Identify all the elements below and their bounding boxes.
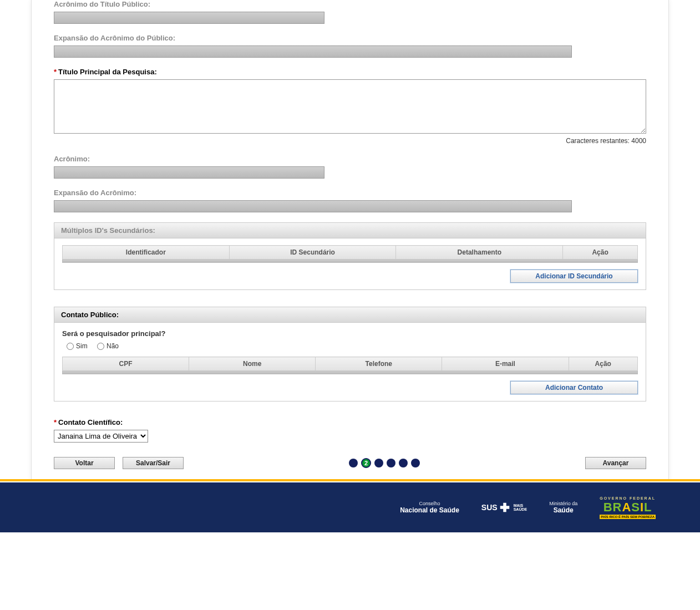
public-contact-panel-title: Contato Público:: [54, 307, 646, 323]
expansao-acronimo-publico-label: Expansão do Acrônimo do Público:: [54, 34, 646, 42]
radio-sim-label[interactable]: Sim: [67, 342, 88, 350]
required-asterisk: *: [54, 418, 57, 426]
col-email: E-mail: [442, 357, 569, 371]
radio-nao-text: Não: [106, 342, 119, 350]
acronimo-label: Acrônimo:: [54, 155, 646, 163]
footer-ministerio: Ministério da Saúde: [549, 501, 577, 514]
char-counter-label: Caracteres restantes:: [566, 137, 630, 145]
footer-sus-small: MAIS SAÚDE: [514, 504, 527, 511]
footer-conselho: Conselho Nacional de Saúde: [400, 501, 459, 514]
footer-sus-small2: SAÚDE: [514, 507, 527, 511]
scientific-contact-select[interactable]: Janaina Lima de Oliveira: [54, 430, 148, 443]
step-dot-5[interactable]: [399, 459, 408, 467]
col-identificador: Identificador: [63, 246, 230, 260]
secondary-ids-table: Identificador ID Secundário Detalhamento…: [62, 245, 638, 263]
plus-icon: [499, 501, 511, 514]
footer-ministerio-line1: Ministério da: [549, 501, 577, 506]
footer-conselho-line1: Conselho: [400, 501, 459, 506]
required-asterisk: *: [54, 68, 57, 76]
titulo-principal-label: *Título Principal da Pesquisa:: [54, 68, 646, 76]
step-dot-2[interactable]: 2: [361, 458, 371, 468]
col-id-secundario: ID Secundário: [229, 246, 396, 260]
step-indicator: 2: [349, 458, 420, 468]
acronimo-titulo-publico-input[interactable]: [54, 12, 324, 24]
char-counter: Caracteres restantes: 4000: [54, 137, 646, 145]
public-contact-panel: Contato Público: Será o pesquisador prin…: [54, 307, 646, 401]
public-contact-table: CPF Nome Telefone E-mail Ação: [62, 357, 638, 374]
radio-sim-text: Sim: [76, 342, 88, 350]
radio-sim[interactable]: [67, 343, 74, 350]
next-button[interactable]: Avançar: [585, 457, 646, 469]
scientific-contact-label-text: Contato Científico:: [58, 418, 123, 426]
acronimo-input[interactable]: [54, 166, 324, 179]
step-dot-4[interactable]: [387, 459, 395, 467]
back-button[interactable]: Voltar: [54, 457, 115, 469]
col-nome: Nome: [189, 357, 316, 371]
acronimo-titulo-publico-label: Acrônimo do Título Público:: [54, 0, 646, 8]
col-detalhamento: Detalhamento: [396, 246, 563, 260]
expansao-acronimo-label: Expansão do Acrônimo:: [54, 189, 646, 197]
footer-brasil-tag: PAÍS RICO É PAÍS SEM POBREZA: [600, 515, 656, 519]
footer-brasil-text: BRASIL: [603, 501, 652, 514]
radio-nao[interactable]: [97, 343, 104, 350]
table-row: [63, 260, 638, 263]
footer: Conselho Nacional de Saúde SUS MAIS SAÚD…: [0, 482, 700, 532]
footer-brasil-top: GOVERNO FEDERAL: [600, 496, 656, 500]
footer-sus-text: SUS: [481, 503, 498, 512]
expansao-acronimo-publico-input[interactable]: [54, 45, 572, 58]
add-contact-button[interactable]: Adicionar Contato: [510, 381, 638, 394]
col-telefone: Telefone: [316, 357, 442, 371]
principal-researcher-question: Será o pesquisador principal?: [62, 329, 638, 338]
secondary-ids-panel-title: Múltiplos ID's Secundários:: [54, 223, 646, 238]
titulo-principal-textarea[interactable]: [54, 79, 646, 134]
table-row: [63, 371, 638, 374]
step-dot-1[interactable]: [349, 459, 358, 467]
footer-sus-logo: SUS MAIS SAÚDE: [481, 501, 527, 514]
nav-row: Voltar Salvar/Sair 2 Avançar: [54, 457, 646, 474]
col-cpf: CPF: [63, 357, 189, 371]
save-exit-button[interactable]: Salvar/Sair: [123, 457, 184, 469]
expansao-acronimo-input[interactable]: [54, 200, 572, 212]
col-acao-contact: Ação: [569, 357, 638, 371]
step-dot-6[interactable]: [411, 459, 420, 467]
radio-nao-label[interactable]: Não: [97, 342, 119, 350]
footer-ministerio-line2: Saúde: [549, 506, 577, 514]
step-dot-3[interactable]: [374, 459, 383, 467]
scientific-contact-label: *Contato Científico:: [54, 418, 646, 426]
footer-conselho-line2: Nacional de Saúde: [400, 506, 459, 514]
step-dot-2-label: 2: [364, 460, 368, 466]
col-acao: Ação: [563, 246, 638, 260]
add-secondary-id-button[interactable]: Adicionar ID Secundário: [510, 270, 638, 283]
secondary-ids-panel: Múltiplos ID's Secundários: Identificado…: [54, 222, 646, 290]
titulo-principal-label-text: Título Principal da Pesquisa:: [58, 68, 157, 76]
char-counter-value: 4000: [631, 137, 646, 145]
footer-brasil-logo: GOVERNO FEDERAL BRASIL PAÍS RICO É PAÍS …: [600, 496, 656, 519]
